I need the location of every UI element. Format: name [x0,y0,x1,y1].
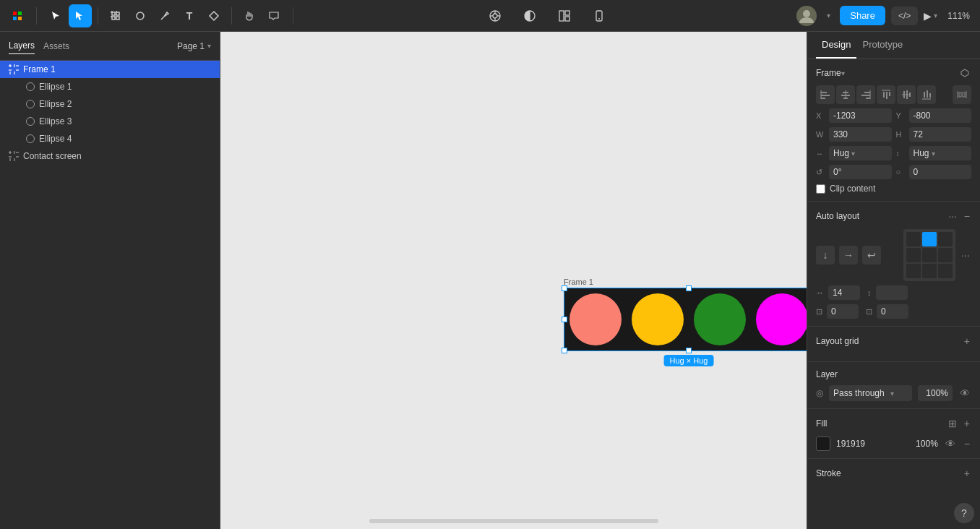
tab-design[interactable]: Design [816,32,856,59]
ellipse-yellow[interactable] [632,293,684,345]
align-center-h-button[interactable] [836,85,855,104]
al-down-button[interactable]: ↓ [816,246,835,264]
sg-cell-0[interactable] [906,232,921,246]
frame-expand-button[interactable] [958,66,971,79]
fill-add-button[interactable]: + [963,416,971,431]
corner-input[interactable] [909,165,972,179]
layer-visibility-button[interactable]: 👁 [958,386,971,400]
fill-grid-button[interactable]: ⊞ [947,416,958,431]
svg-rect-11 [116,17,119,20]
align-bottom-button[interactable] [917,85,936,104]
avatar-dropdown-button[interactable]: ▾ [822,4,834,27]
sg-cell-7[interactable] [922,264,937,278]
rotation-input[interactable] [829,165,892,179]
align-left-button[interactable] [816,85,835,104]
handle-bl[interactable] [562,348,567,353]
y-input[interactable] [909,108,972,123]
pad-left-input[interactable] [827,304,859,319]
play-button[interactable]: ▶ ▾ [924,10,937,22]
fill-remove-button[interactable]: − [963,436,971,451]
tab-layers[interactable]: Layers [9,38,35,54]
tab-prototype[interactable]: Prototype [856,32,908,59]
gap-input[interactable] [828,285,860,300]
pad-right-input[interactable] [877,304,908,319]
al-wrap-button[interactable]: ↩ [862,246,881,264]
stroke-add-button[interactable]: + [963,466,971,481]
select-tool-button[interactable] [69,4,92,27]
handle-tm[interactable] [686,285,692,291]
al-right-button[interactable]: → [839,246,858,264]
opacity-input[interactable] [918,385,953,401]
code-button[interactable]: </> [891,7,918,25]
gap-v-input[interactable] [876,285,908,300]
auto-layout-remove-button[interactable]: − [963,209,971,223]
layer-item-ellipse3[interactable]: Ellipse 3 [0,113,220,130]
align-center-v-button[interactable] [897,85,916,104]
al-extra-button[interactable]: ··· [960,248,971,262]
fill-opacity-value[interactable]: 100% [912,439,938,449]
handle-tl[interactable] [562,285,567,291]
move-tool-button[interactable] [44,4,67,27]
sg-cell-4[interactable] [922,248,937,262]
layer-item-ellipse1[interactable]: Ellipse 1 [0,78,220,95]
w-input[interactable] [829,127,892,142]
auto-layout-more-button[interactable]: ··· [947,209,958,223]
align-top-button[interactable] [877,85,895,104]
ellipse-coral[interactable] [569,293,622,345]
layer-label-contact: Contact screen [23,151,82,161]
canvas[interactable]: Frame 1 Hug × Hug [220,32,807,529]
plugin-icon[interactable] [483,4,507,27]
share-button[interactable]: Share [840,6,885,25]
layer-item-ellipse2[interactable]: Ellipse 2 [0,95,220,113]
layout-icon[interactable] [553,4,576,27]
sg-cell-8[interactable] [938,264,953,278]
ellipse-magenta[interactable] [756,293,807,345]
comment-tool-button[interactable] [262,4,285,27]
sg-cell-2[interactable] [938,232,953,246]
frame-selection-box[interactable]: Hug × Hug [564,288,807,351]
zoom-level[interactable]: 111% [943,8,974,24]
ellipse-icon-1 [26,82,35,91]
layer-item-contact[interactable]: Contact screen [0,147,220,165]
distribute-h-button[interactable] [953,85,971,104]
pen-tool-button[interactable] [153,4,176,27]
svg-rect-44 [821,92,827,93]
ellipse-icon-2 [26,100,35,108]
ellipse-green[interactable] [694,293,746,345]
text-tool-button[interactable]: T [178,4,201,27]
shape-tool-button[interactable] [129,4,152,27]
sg-cell-6[interactable] [906,264,921,278]
sg-cell-1[interactable] [922,232,937,246]
blend-mode-select[interactable]: Pass through ▾ [829,385,912,401]
sg-cell-5[interactable] [938,248,953,262]
menu-button[interactable] [6,4,29,27]
fill-visibility-button[interactable]: 👁 [944,436,957,451]
clip-content-checkbox[interactable] [816,184,825,194]
theme-icon[interactable] [518,4,541,27]
user-avatar[interactable] [796,6,817,26]
component-tool-button[interactable] [202,4,225,27]
h-input[interactable] [909,127,972,142]
device-icon[interactable] [588,4,611,27]
sg-cell-3[interactable] [906,248,921,262]
canvas-scrollbar[interactable] [369,519,658,523]
layout-grid-add-button[interactable]: + [963,334,971,348]
layer-item-frame1[interactable]: Frame 1 [0,61,220,78]
frame-inner [564,288,807,350]
handle-bm[interactable] [686,348,692,353]
handle-ml[interactable] [562,317,567,322]
tab-assets[interactable]: Assets [43,38,69,54]
hand-tool-button[interactable] [238,4,261,27]
resize-x-select[interactable]: Hug ▾ [829,146,892,160]
fill-hex-value[interactable]: 191919 [836,439,906,449]
align-right-button[interactable] [856,85,875,104]
svg-rect-9 [116,12,119,15]
fill-actions: ⊞ + [947,416,971,431]
page-selector[interactable]: Page 1 ▾ [177,41,211,51]
help-badge[interactable]: ? [954,503,974,523]
x-input[interactable] [829,108,892,123]
layer-item-ellipse4[interactable]: Ellipse 4 [0,130,220,147]
frame-tool-button[interactable] [104,4,127,27]
fill-color-swatch[interactable] [816,436,830,451]
resize-y-select[interactable]: Hug ▾ [909,146,972,160]
